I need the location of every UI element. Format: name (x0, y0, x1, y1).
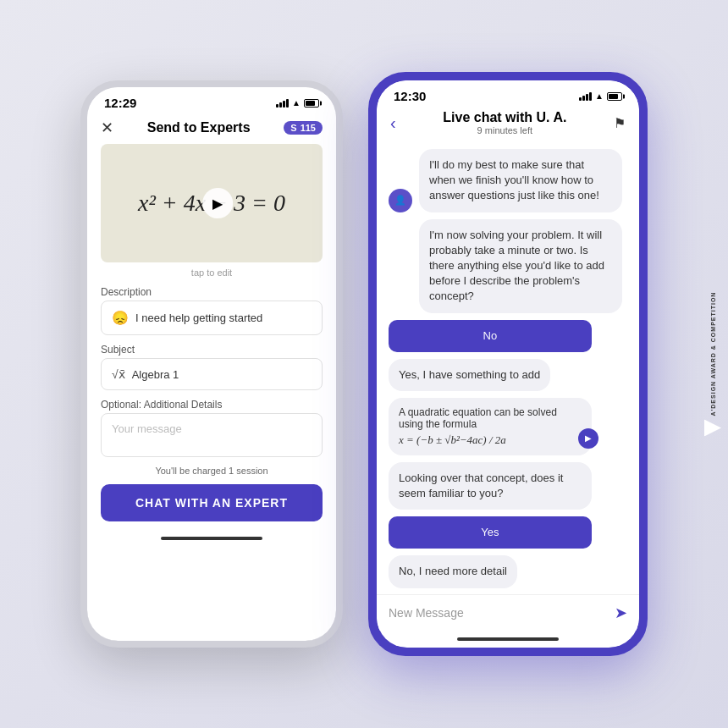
phone1-content: x² + 4x − 3 = 0 ▶ tap to edit Descriptio… (87, 144, 336, 641)
phone-1-screen: 12:29 ▲ ✕ Send to Experts (87, 87, 336, 641)
subject-section: Subject √x̄ Algebra 1 (101, 344, 323, 390)
subject-input[interactable]: √x̄ Algebra 1 (101, 358, 323, 390)
chat-nav-center: Live chat with U. A. 9 minutes left (443, 110, 566, 135)
msg-choice-yes-add[interactable]: Yes, I have something to add (389, 359, 550, 391)
msg-row-1: 👤 I'll do my best to make sure that when… (389, 149, 627, 212)
battery-icon-2 (607, 92, 622, 101)
chat-messages: 👤 I'll do my best to make sure that when… (377, 142, 639, 594)
nav-title-1: Send to Experts (147, 120, 251, 135)
bar2b (582, 96, 585, 101)
side-label: A'DESIGN AWARD & COMPETITION (704, 292, 721, 437)
status-time-2: 12:30 (394, 89, 426, 103)
quadratic-formula: x = (−b ± √b²−4ac) / 2a (399, 433, 582, 447)
status-time-1: 12:29 (104, 96, 136, 110)
battery-fill-1 (306, 101, 315, 106)
back-arrow-icon[interactable]: ‹ (390, 113, 396, 133)
msg-math-bubble: A quadratic equation can be solved using… (389, 398, 592, 455)
status-bar-2: 12:30 ▲ (377, 80, 639, 107)
scene: 12:29 ▲ ✕ Send to Experts (0, 0, 728, 728)
msg-text-familiar: Looking over that concept, does it seem … (399, 472, 563, 499)
send-button[interactable]: ➤ (615, 604, 627, 622)
msg-math-text: A quadratic equation can be solved using… (399, 406, 557, 430)
msg-choice-more-detail[interactable]: No, I need more detail (389, 555, 517, 587)
description-label: Description (101, 286, 323, 298)
bar4b (589, 92, 592, 101)
home-indicator-1 (101, 530, 323, 547)
chat-nav: ‹ Live chat with U. A. 9 minutes left ⚑ (377, 107, 639, 142)
phone-2: 12:30 ▲ ‹ Live (368, 72, 648, 656)
home-bar-2 (457, 637, 559, 641)
sessions-count: 115 (301, 123, 316, 133)
status-icons-2: ▲ (579, 91, 622, 101)
battery-icon-1 (304, 99, 319, 108)
avatar-letter: S (290, 123, 296, 133)
home-bar-1 (161, 537, 262, 540)
bar1 (276, 104, 279, 108)
subject-label: Subject (101, 344, 323, 356)
chat-title: Live chat with U. A. (443, 110, 566, 125)
msg-text-yes-add: Yes, I have something to add (399, 368, 540, 381)
signal-bars-1 (276, 99, 289, 108)
forward-button[interactable]: ▶ (578, 428, 598, 449)
phone-1: 12:29 ▲ ✕ Send to Experts (80, 80, 343, 648)
msg-text-yes: Yes (481, 526, 499, 538)
play-button[interactable]: ▶ (202, 188, 233, 218)
expert-avatar-1: 👤 (389, 189, 412, 212)
msg-text-no: No (483, 329, 498, 342)
subject-value: Algebra 1 (132, 368, 179, 381)
chevron-icon (704, 419, 721, 436)
chat-subtitle: 9 minutes left (443, 125, 566, 135)
close-icon[interactable]: ✕ (101, 119, 113, 137)
msg-choice-yes[interactable]: Yes (389, 516, 592, 549)
description-section: Description 😞 I need help getting starte… (101, 286, 323, 335)
msg-text-1: I'll do my best to make sure that when w… (429, 158, 599, 201)
home-indicator-2 (377, 631, 639, 648)
signal-bars-2 (579, 92, 592, 101)
sessions-badge: S 115 (284, 121, 323, 135)
bar2 (279, 102, 282, 108)
phone-2-screen: 12:30 ▲ ‹ Live (377, 80, 639, 648)
sad-emoji-icon: 😞 (112, 310, 129, 326)
description-input[interactable]: 😞 I need help getting started (101, 301, 323, 335)
additional-input[interactable]: Your message (101, 413, 323, 457)
msg-bubble-familiar: Looking over that concept, does it seem … (389, 462, 592, 510)
bar3b (586, 94, 588, 101)
nav-bar-1: ✕ Send to Experts S 115 (87, 113, 336, 144)
charge-note: You'll be charged 1 session (101, 466, 323, 476)
msg-text-2: I'm now solving your problem. It will pr… (429, 229, 604, 303)
wifi-icon-2: ▲ (595, 91, 604, 101)
tap-edit-label: tap to edit (101, 267, 323, 278)
wifi-icon-1: ▲ (292, 98, 301, 108)
battery-fill-2 (609, 94, 618, 99)
msg-choice-no[interactable]: No (389, 320, 592, 352)
flag-icon[interactable]: ⚑ (614, 115, 626, 131)
description-value: I need help getting started (135, 312, 262, 324)
chat-with-expert-button[interactable]: CHAT WITH AN EXPERT (101, 484, 323, 521)
status-icons-1: ▲ (276, 98, 319, 108)
status-bar-1: 12:29 ▲ (87, 87, 336, 113)
additional-section: Optional: Additional Details Your messag… (101, 399, 323, 457)
bar3 (283, 101, 285, 108)
msg-bubble-2: I'm now solving your problem. It will pr… (419, 219, 622, 313)
bar4 (286, 99, 289, 108)
additional-label: Optional: Additional Details (101, 399, 323, 411)
bar1b (579, 97, 582, 101)
math-image[interactable]: x² + 4x − 3 = 0 ▶ (101, 144, 323, 262)
msg-bubble-1: I'll do my best to make sure that when w… (419, 149, 622, 212)
side-label-text: A'DESIGN AWARD & COMPETITION (710, 292, 716, 416)
additional-placeholder: Your message (112, 422, 182, 435)
chat-input-bar: New Message ➤ (377, 594, 639, 631)
algebra-icon: √x̄ (112, 367, 125, 381)
new-message-input[interactable]: New Message (389, 606, 615, 620)
msg-text-more: No, I need more detail (399, 565, 507, 577)
